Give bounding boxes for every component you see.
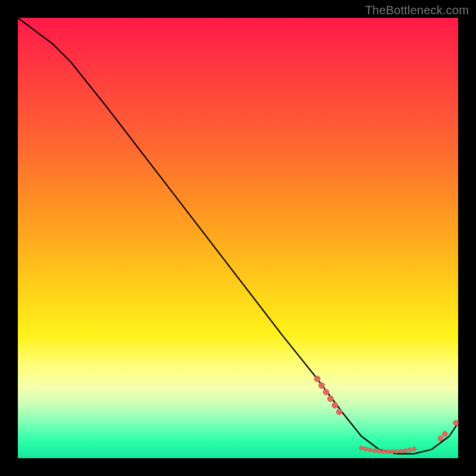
data-marker [412,447,416,451]
plot-area [18,18,458,458]
watermark-text: TheBottleneck.com [365,4,469,17]
data-marker [336,409,342,415]
data-marker [442,431,447,437]
data-marker [314,376,320,382]
bottleneck-curve [18,18,458,454]
data-marker [386,450,390,454]
data-marker [399,449,403,453]
data-marker [319,383,325,389]
marker-layer [314,376,459,454]
data-marker [327,396,333,402]
data-marker [332,402,338,408]
data-marker [368,448,372,452]
chart-frame: TheBottleneck.com [0,0,476,476]
data-marker [372,449,377,453]
data-marker [323,389,329,395]
data-marker [394,450,399,454]
data-marker [390,450,394,454]
data-marker [438,436,443,441]
data-marker [408,448,412,452]
data-marker [364,447,368,451]
data-marker [381,450,386,454]
data-marker [453,420,459,425]
data-marker [359,446,364,450]
chart-svg [18,18,458,458]
data-marker [403,449,408,453]
data-marker [377,449,381,453]
